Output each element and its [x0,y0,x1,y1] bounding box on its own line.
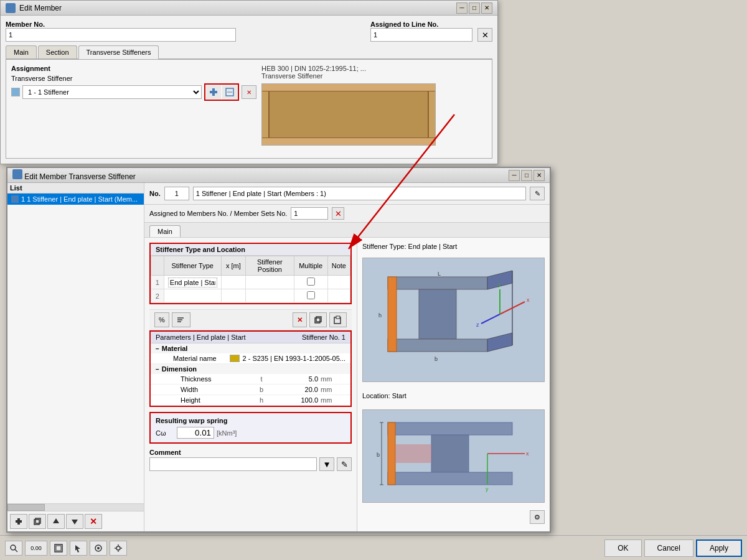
name-input[interactable] [193,187,526,200]
apply-button[interactable]: Apply [696,539,742,557]
stiffener-close-button[interactable]: ✕ [533,170,545,181]
preview-settings-button[interactable]: ⚙ [530,510,545,524]
assigned-input[interactable] [370,28,472,42]
coordinates-button[interactable]: 0.00 [25,541,47,556]
percent-button[interactable]: % [154,312,169,327]
assigned-stiffener-input[interactable] [291,207,328,220]
row2-note[interactable] [327,289,350,303]
svg-rect-19 [388,339,487,352]
list-copy-button[interactable] [29,514,46,529]
svg-rect-38 [395,444,431,463]
comment-dropdown-button[interactable]: ▼ [319,457,334,471]
comment-input[interactable] [149,457,317,471]
preview-label-1: Stiffener Type: End plate | Start [362,243,545,250]
list-down-button[interactable] [66,514,83,529]
row1-type[interactable] [164,276,221,289]
close-button[interactable]: ✕ [481,2,492,14]
dimension-label: Dimension [162,365,197,373]
list-add-button[interactable] [10,514,27,529]
stiffener-minimize-button[interactable]: ─ [509,170,520,181]
preview-2d: x y b [362,409,545,503]
add-stiffener-button[interactable] [206,85,221,99]
copy-row-button[interactable] [309,312,327,327]
render-button[interactable] [90,541,107,556]
paste-row-button[interactable] [329,312,347,327]
width-value: 20.0 [271,386,321,393]
list-up-button[interactable] [47,514,65,529]
tab-section[interactable]: Section [38,45,77,58]
material-label: Material [162,345,188,352]
stiffener-maximize-button[interactable]: □ [521,170,532,181]
assigned-row-stiffener: Assigned to Members No. / Member Sets No… [144,205,550,223]
preview-text2: Transverse Stiffener [261,72,487,80]
row1-checkbox[interactable] [307,278,315,286]
render-icon [94,544,103,553]
row1-x[interactable] [221,276,246,289]
type-location-title: Stiffener Type and Location [151,244,350,256]
assigned-edit-button[interactable]: ✕ [477,28,492,42]
assigned-stiffener-delete[interactable]: ✕ [332,207,344,220]
delete-stiffener-button[interactable]: ✕ [242,85,256,99]
no-input[interactable] [164,187,189,200]
svg-rect-17 [388,277,487,289]
inner-tab-main[interactable]: Main [149,225,181,237]
bottom-left: 0.00 [5,541,127,556]
list-copy-icon [33,517,42,526]
height-symbol: h [252,396,271,404]
edit-stiffener-button[interactable] [222,85,237,99]
th-note: Note [327,256,350,276]
width-symbol: b [252,386,271,393]
svg-text:L: L [438,271,441,277]
thickness-value: 5.0 [271,375,321,383]
row2-checkbox[interactable] [307,291,315,299]
th-type: Stiffener Type [164,256,221,276]
member-no-input[interactable] [6,28,236,42]
cancel-button[interactable]: Cancel [644,539,693,557]
material-toggle: − [156,345,159,352]
right-preview: Stiffener Type: End plate | Start [357,238,550,531]
view-button[interactable] [50,541,67,556]
warp-value-input[interactable] [177,427,214,439]
list-item-1[interactable]: 1 1 Stiffener | End plate | Start (Mem..… [7,194,144,205]
main-title-icon [6,3,16,13]
stiffener-select[interactable]: 1 - 1 Stiffener [22,85,202,99]
svg-text:x: x [527,297,530,303]
params-title: Parameters | End plate | Start [156,334,246,341]
name-edit-button[interactable]: ✎ [530,187,545,200]
minimize-button[interactable]: ─ [456,2,467,14]
no-label: No. [149,190,161,197]
row1-note[interactable] [327,276,350,289]
search-button[interactable] [5,541,22,556]
bottom-bar: 0.00 OK Cancel Apply [0,535,747,560]
ok-button[interactable]: OK [604,539,641,557]
list-down-icon [70,517,79,526]
material-header[interactable]: − Material [151,343,350,353]
row1-pos[interactable] [246,276,294,289]
delete-row-button[interactable]: ✕ [293,312,307,327]
comment-edit-button[interactable]: ✎ [337,457,352,471]
svg-point-55 [97,547,100,549]
list-toolbar: ✕ [7,511,144,531]
tab-main[interactable]: Main [6,45,37,58]
stiffener-table: Stiffener Type x [m] Stiffener Position … [151,256,350,303]
row2-mult[interactable] [294,289,327,303]
row1-mult[interactable] [294,276,327,289]
tab-transverse[interactable]: Transverse Stiffeners [78,45,159,59]
select-button[interactable] [70,541,87,556]
member-no-row: Member No. Assigned to Line No. ✕ [6,21,492,42]
preview-2d-svg: x y b [363,410,537,497]
settings-button[interactable] [110,541,127,556]
main-content: Member No. Assigned to Line No. ✕ Main S… [1,16,497,164]
row2-pos[interactable] [246,289,294,303]
comment-row: ▼ ✎ [149,457,352,471]
row2-x[interactable] [221,289,246,303]
maximize-button[interactable]: □ [469,2,480,14]
row2-type[interactable] [164,289,221,303]
svg-rect-52 [56,546,61,551]
dimension-header[interactable]: − Dimension [151,364,350,374]
type-input-1[interactable] [168,278,217,287]
horizontal-scrollbar[interactable] [7,503,144,511]
svg-marker-53 [75,545,80,553]
list-delete-button[interactable]: ✕ [85,514,102,529]
sort-button[interactable] [172,312,190,327]
